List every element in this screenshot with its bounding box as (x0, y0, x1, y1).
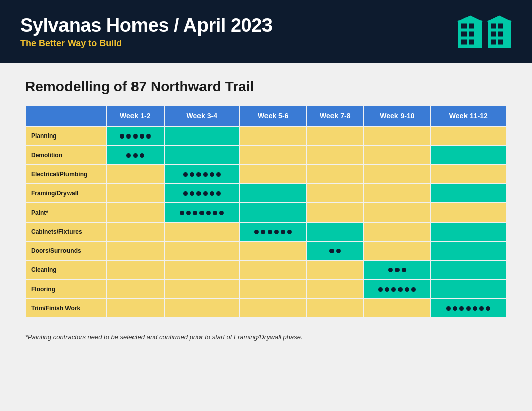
dot-indicator (261, 230, 265, 234)
cell-1-2 (240, 146, 306, 165)
cell-5-2 (240, 222, 306, 241)
dot-indicator (180, 211, 184, 215)
dot-indicator (219, 211, 224, 215)
col-header-week5-6: Week 5-6 (240, 105, 306, 126)
header-title: Sylvanas Homes / April 2023 (20, 15, 272, 36)
dot-indicator (268, 230, 272, 234)
svg-rect-4 (469, 32, 474, 37)
cell-3-4 (364, 184, 430, 203)
cell-1-5 (431, 146, 506, 165)
dot-indicator (479, 306, 484, 311)
row-label-6: Doors/Surrounds (26, 241, 106, 260)
cell-4-3 (306, 203, 364, 222)
dot-indicator (453, 306, 457, 311)
cell-8-2 (240, 280, 306, 299)
row-label-7: Cleaning (26, 260, 106, 280)
svg-rect-3 (461, 32, 467, 37)
svg-rect-11 (491, 32, 496, 37)
table-row: Demolition (26, 146, 506, 165)
cell-6-5 (431, 241, 506, 260)
dot-indicator (402, 268, 406, 272)
dot-indicator (254, 230, 259, 234)
cell-7-4 (364, 260, 430, 280)
svg-rect-9 (491, 24, 496, 29)
cell-7-0 (106, 260, 164, 280)
cell-4-0 (106, 203, 164, 222)
col-header-week3-4: Week 3-4 (164, 105, 240, 126)
table-row: Doors/Surrounds (26, 241, 506, 260)
dot-indicator (203, 172, 208, 177)
dot-indicator (281, 230, 285, 234)
cell-8-4 (364, 280, 430, 299)
cell-4-5 (431, 203, 506, 222)
cell-7-1 (164, 260, 240, 280)
row-label-1: Demolition (26, 146, 106, 165)
table-row: Trim/Finish Work (26, 299, 506, 318)
dot-indicator (486, 306, 490, 311)
svg-rect-13 (491, 40, 496, 45)
col-header-week11-12: Week 11-12 (431, 105, 506, 126)
table-row: Framing/Drywall (26, 184, 506, 203)
dot-indicator (210, 191, 214, 196)
dot-indicator (140, 153, 144, 158)
col-header-week7-8: Week 7-8 (306, 105, 364, 126)
dot-indicator (473, 306, 477, 311)
cell-1-0 (106, 146, 164, 165)
cell-3-1 (164, 184, 240, 203)
svg-rect-12 (498, 32, 503, 37)
svg-marker-15 (487, 16, 512, 22)
svg-marker-7 (457, 16, 483, 22)
cell-2-3 (306, 165, 364, 184)
cell-9-5 (431, 299, 506, 318)
svg-rect-5 (461, 40, 467, 45)
dot-indicator (183, 191, 188, 196)
dot-indicator (466, 306, 471, 311)
row-label-4: Paint* (26, 203, 106, 222)
schedule-table: Week 1-2 Week 3-4 Week 5-6 Week 7-8 Week… (25, 105, 507, 318)
cell-9-0 (106, 299, 164, 318)
cell-0-2 (240, 126, 306, 146)
cell-0-3 (306, 126, 364, 146)
cell-6-2 (240, 241, 306, 260)
dot-indicator (388, 268, 393, 272)
cell-2-1 (164, 165, 240, 184)
dot-indicator (216, 172, 221, 177)
building-icon-right (487, 14, 512, 49)
cell-6-4 (364, 241, 430, 260)
cell-7-3 (306, 260, 364, 280)
dot-indicator (133, 134, 138, 139)
row-label-8: Flooring (26, 280, 106, 299)
cell-6-0 (106, 241, 164, 260)
cell-9-4 (364, 299, 430, 318)
table-row: Paint* (26, 203, 506, 222)
row-label-2: Electrical/Plumbing (26, 165, 106, 184)
cell-7-2 (240, 260, 306, 280)
table-row: Electrical/Plumbing (26, 165, 506, 184)
cell-0-4 (364, 126, 430, 146)
dot-indicator (411, 287, 416, 292)
cell-8-3 (306, 280, 364, 299)
dot-indicator (146, 134, 151, 139)
cell-7-5 (431, 260, 506, 280)
dot-indicator (446, 306, 451, 311)
dot-indicator (385, 287, 389, 292)
table-row: Cleaning (26, 260, 506, 280)
cell-0-5 (431, 126, 506, 146)
dot-indicator (378, 287, 383, 292)
cell-3-3 (306, 184, 364, 203)
cell-3-5 (431, 184, 506, 203)
cell-4-4 (364, 203, 430, 222)
cell-1-4 (364, 146, 430, 165)
dot-indicator (287, 230, 292, 234)
logo (457, 14, 512, 49)
dot-indicator (133, 153, 138, 158)
dot-indicator (120, 134, 124, 139)
table-row: Planning (26, 126, 506, 146)
building-icon-left (457, 14, 483, 49)
cell-5-1 (164, 222, 240, 241)
cell-3-2 (240, 184, 306, 203)
footnote: *Painting contractors need to be selecte… (25, 333, 507, 341)
dot-indicator (203, 191, 208, 196)
svg-rect-14 (498, 40, 503, 45)
svg-rect-10 (498, 24, 503, 29)
